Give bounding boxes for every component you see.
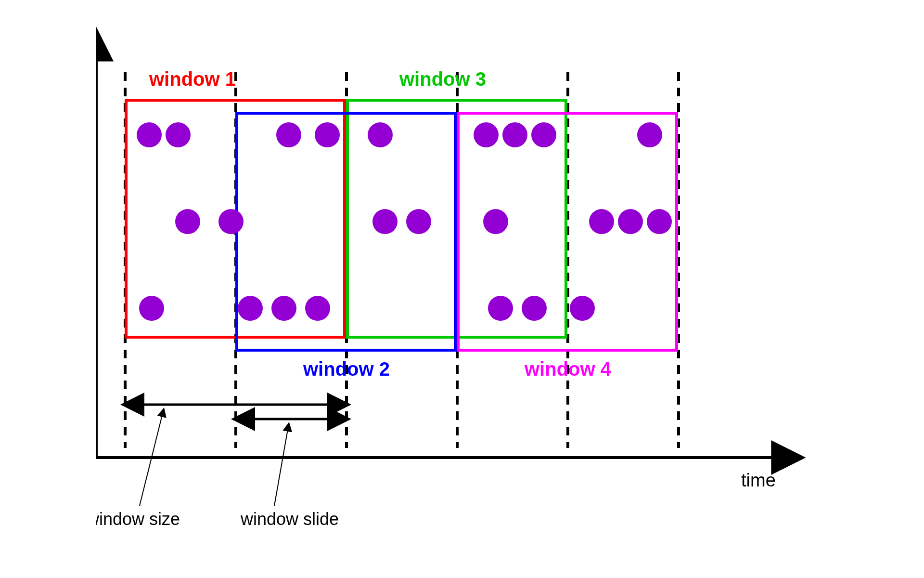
svg-point-13 bbox=[531, 122, 556, 147]
svg-point-19 bbox=[483, 209, 508, 234]
svg-point-11 bbox=[474, 122, 499, 147]
svg-point-16 bbox=[218, 209, 244, 234]
svg-point-17 bbox=[372, 209, 398, 234]
svg-point-20 bbox=[589, 209, 614, 234]
window-4-label: window 4 bbox=[524, 358, 612, 380]
diagram-svg: user 1 user 2 user 3 window 1 window 3 w… bbox=[96, 24, 828, 554]
window-size-annot: window size bbox=[96, 509, 180, 529]
svg-point-10 bbox=[368, 122, 393, 147]
window-1-label: window 1 bbox=[149, 68, 236, 90]
svg-point-27 bbox=[488, 296, 513, 321]
window-slide-callout bbox=[274, 424, 289, 506]
svg-point-14 bbox=[637, 122, 662, 147]
diagram-stage: user 1 user 2 user 3 window 1 window 3 w… bbox=[96, 24, 828, 554]
window-2-label: window 2 bbox=[303, 358, 390, 380]
svg-point-23 bbox=[139, 296, 164, 321]
svg-point-15 bbox=[175, 209, 200, 234]
event-dots bbox=[137, 122, 672, 321]
svg-point-18 bbox=[406, 209, 431, 234]
svg-point-6 bbox=[137, 122, 162, 147]
svg-point-26 bbox=[305, 296, 330, 321]
svg-point-24 bbox=[238, 296, 263, 321]
svg-point-25 bbox=[271, 296, 296, 321]
svg-point-21 bbox=[618, 209, 643, 234]
svg-point-28 bbox=[522, 296, 547, 321]
x-axis-label: time bbox=[741, 470, 776, 490]
window-3-label: window 3 bbox=[399, 68, 486, 90]
window-slide-annot: window slide bbox=[240, 509, 339, 529]
svg-point-7 bbox=[166, 122, 191, 147]
svg-point-9 bbox=[315, 122, 340, 147]
svg-point-29 bbox=[570, 296, 595, 321]
svg-point-22 bbox=[647, 209, 672, 234]
svg-point-8 bbox=[276, 122, 301, 147]
svg-point-12 bbox=[502, 122, 527, 147]
tick-lines bbox=[125, 72, 679, 448]
